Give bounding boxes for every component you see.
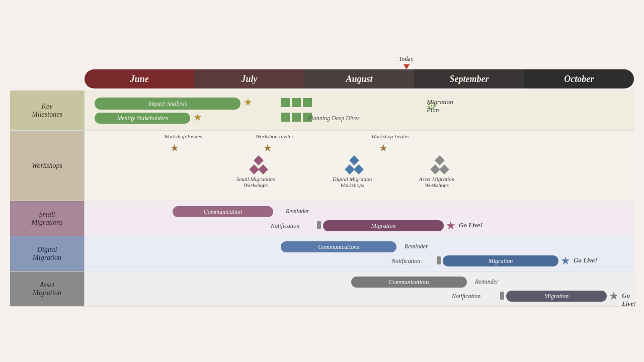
sq4	[281, 113, 290, 122]
small-workshops-label: Small MigrationsWorkshops	[233, 176, 278, 188]
month-september: September	[414, 69, 524, 88]
gantt-body: KeyMilestones Impact Analysis ★ Identify…	[10, 90, 634, 307]
asset-migration-content: Communications Reminder Notification Mig…	[85, 272, 634, 306]
digital-workshops-label: Digital MigrationWorkshops	[330, 176, 375, 188]
identify-stakeholders-label: Identify Stakeholders	[117, 115, 168, 122]
d5	[345, 164, 355, 174]
asset-workshops-cluster	[432, 157, 448, 173]
asset-notif-bar	[500, 292, 504, 300]
squares-bottom	[281, 113, 312, 122]
month-october: October	[524, 69, 634, 88]
small-migrations-content: Communication Reminder Notification Migr…	[85, 201, 634, 236]
small-comm-bar: Communication	[173, 206, 273, 217]
digital-migration-label: Migration	[489, 257, 513, 265]
workshops-label: Workshops	[10, 131, 85, 201]
digital-golive-star: ★	[560, 254, 571, 267]
milestones-label: KeyMilestones	[10, 90, 85, 130]
asset-migration-label: Migration	[544, 293, 569, 300]
row-asset-migration: AssetMigration Communications Reminder N…	[10, 272, 634, 307]
d9	[439, 164, 449, 174]
asset-golive-star: ★	[609, 290, 619, 303]
row-milestones: KeyMilestones Impact Analysis ★ Identify…	[10, 90, 634, 131]
workshop-invites-2-label: Workshop Invites	[256, 133, 294, 139]
d7	[435, 155, 445, 165]
today-label: Today	[393, 55, 419, 63]
asset-reminder: Reminder	[475, 278, 499, 286]
digital-comm-bar: Communications	[281, 241, 396, 252]
digital-golive-label: Go Live!	[574, 256, 597, 264]
asset-migration-bar: Migration	[506, 291, 607, 302]
identify-stakeholders-bar: Identify Stakeholders	[95, 113, 190, 124]
small-golive-star: ★	[446, 219, 456, 232]
digital-notification: Notification	[391, 257, 420, 265]
planning-deep-dives: Planning Deep Dives	[308, 115, 360, 122]
d8	[430, 164, 440, 174]
d1	[254, 155, 264, 165]
asset-golive-label: Go Live!	[622, 292, 636, 308]
digital-reminder: Reminder	[405, 243, 428, 250]
small-migrations-label: SmallMigrations	[10, 201, 85, 236]
asset-comm-bar: Communications	[351, 277, 467, 288]
asset-notification: Notification	[452, 293, 480, 300]
small-golive-label: Go Live!	[459, 221, 482, 229]
workshop-invites-1-star: ★	[170, 142, 179, 154]
workshop-invites-3-star: ★	[379, 142, 388, 154]
small-migration-bar: Migration	[323, 220, 444, 231]
workshop-invites-3-label: Workshop Invites	[371, 133, 410, 139]
row-workshops: Workshops Workshop Invites ★ Workshop In…	[10, 131, 634, 201]
small-notification: Notification	[271, 222, 299, 230]
milestones-content: Impact Analysis ★ Identify Stakeholders …	[85, 90, 634, 130]
month-june: June	[85, 69, 194, 88]
digital-comm-label: Communications	[318, 243, 359, 251]
impact-analysis-bar: Impact Analysis	[95, 98, 240, 110]
d2	[249, 164, 259, 174]
d3	[258, 164, 268, 174]
small-reminder: Reminder	[286, 208, 309, 215]
small-comm-label: Communication	[204, 208, 243, 216]
workshops-content: Workshop Invites ★ Workshop Invites ★ Wo…	[85, 131, 634, 201]
months-bar: June July August September October	[85, 69, 634, 88]
migration-plan-label: Migration Plan	[427, 98, 453, 114]
squares-top	[281, 98, 312, 107]
digital-migration-bar: Migration	[443, 255, 558, 266]
asset-comm-label: Communications	[388, 279, 429, 286]
digital-notif-bar	[437, 256, 441, 264]
digital-migration-label: DigitalMigration	[10, 236, 85, 271]
row-small-migrations: SmallMigrations Communication Reminder N…	[10, 201, 634, 236]
workshop-invites-2-star: ★	[263, 142, 272, 154]
digital-migration-content: Communications Reminder Notification Mig…	[85, 236, 634, 271]
sq1	[281, 98, 290, 107]
month-july: July	[194, 69, 304, 88]
small-workshops-cluster	[251, 157, 267, 173]
asset-migration-label: AssetMigration	[10, 272, 85, 306]
sq3	[303, 98, 312, 107]
workshop-invites-1-label: Workshop Invites	[164, 133, 202, 139]
asset-workshops-label: Asset MigrationWorkshops	[414, 176, 459, 188]
today-arrow	[404, 64, 410, 69]
month-august: August	[304, 69, 414, 88]
small-migration-label: Migration	[371, 222, 396, 230]
sq5	[292, 113, 301, 122]
sq2	[292, 98, 301, 107]
digital-workshops-cluster	[346, 157, 362, 173]
impact-star: ★	[244, 96, 253, 108]
small-notif-bar	[317, 221, 321, 229]
impact-analysis-label: Impact Analysis	[148, 100, 187, 108]
d6	[354, 164, 364, 174]
row-digital-migration: DigitalMigration Communications Reminder…	[10, 236, 634, 272]
d4	[349, 155, 359, 165]
identify-star: ★	[193, 111, 202, 123]
gantt-chart: Today June July August September October…	[10, 55, 634, 307]
